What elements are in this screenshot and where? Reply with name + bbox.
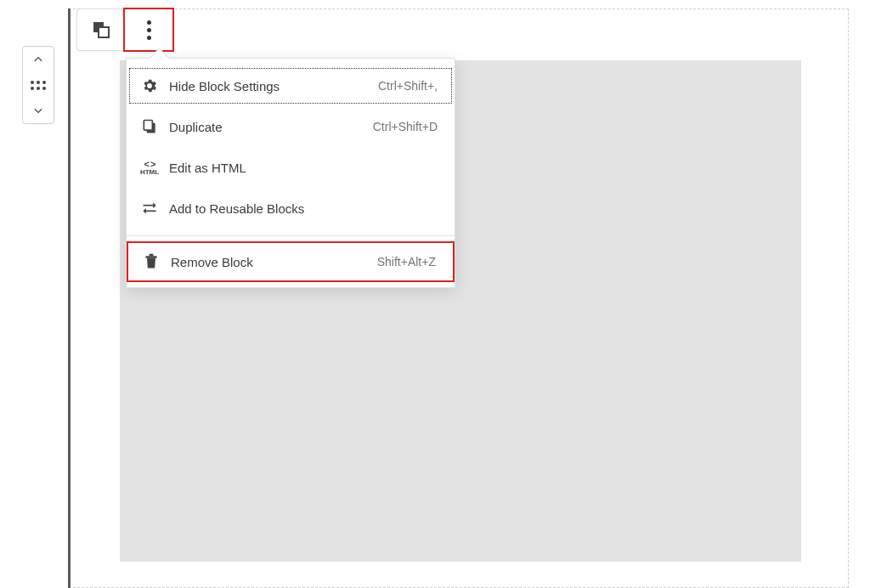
- menu-edit-as-html[interactable]: < >HTML Edit as HTML: [127, 147, 455, 188]
- block-switcher-icon: [91, 20, 111, 40]
- svg-rect-5: [150, 254, 154, 257]
- menu-item-label: Hide Block Settings: [169, 79, 378, 93]
- block-type-button[interactable]: [77, 9, 125, 50]
- block-toolbar: [76, 8, 173, 51]
- trash-icon: [140, 253, 162, 270]
- svg-rect-3: [144, 121, 152, 131]
- html-icon: < >HTML: [138, 160, 161, 176]
- more-vertical-icon: [147, 20, 151, 40]
- duplicate-icon: [138, 118, 161, 135]
- block-options-menu: Hide Block Settings Ctrl+Shift+, Duplica…: [126, 58, 455, 288]
- svg-rect-4: [145, 256, 156, 258]
- move-down-button[interactable]: [23, 98, 54, 123]
- menu-duplicate[interactable]: Duplicate Ctrl+Shift+D: [127, 106, 455, 147]
- drag-handle[interactable]: [23, 72, 54, 98]
- move-up-button[interactable]: [23, 47, 54, 72]
- menu-item-label: Add to Reusable Blocks: [169, 201, 438, 216]
- more-options-button[interactable]: [125, 9, 172, 50]
- gear-icon: [138, 77, 161, 94]
- menu-item-shortcut: Shift+Alt+Z: [377, 255, 436, 269]
- menu-remove-block[interactable]: Remove Block Shift+Alt+Z: [127, 241, 455, 282]
- menu-group-1: Hide Block Settings Ctrl+Shift+, Duplica…: [127, 59, 455, 235]
- menu-group-2: Remove Block Shift+Alt+Z: [127, 236, 455, 287]
- drag-icon: [31, 81, 46, 90]
- menu-hide-block-settings[interactable]: Hide Block Settings Ctrl+Shift+,: [127, 65, 455, 106]
- menu-item-shortcut: Ctrl+Shift+D: [373, 120, 438, 133]
- block-mover: [22, 46, 54, 124]
- menu-item-label: Remove Block: [171, 255, 377, 269]
- chevron-down-icon: [32, 105, 44, 116]
- chevron-up-icon: [32, 54, 44, 65]
- menu-item-label: Duplicate: [169, 120, 373, 134]
- menu-add-reusable[interactable]: Add to Reusable Blocks: [127, 188, 455, 229]
- svg-rect-1: [99, 27, 109, 37]
- menu-item-shortcut: Ctrl+Shift+,: [378, 79, 438, 93]
- reusable-icon: [138, 200, 161, 217]
- menu-item-label: Edit as HTML: [169, 161, 438, 175]
